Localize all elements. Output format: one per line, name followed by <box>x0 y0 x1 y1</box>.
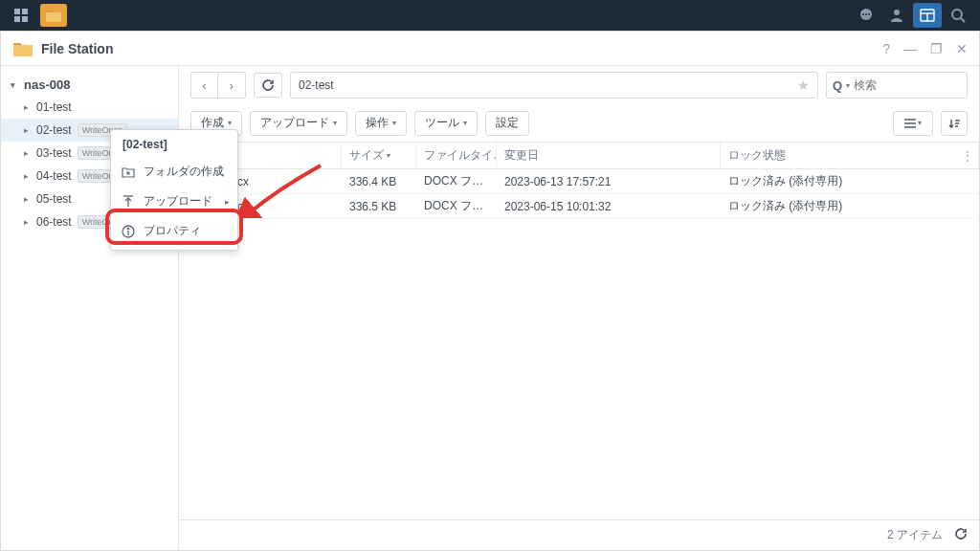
tree-item-label: 02-test <box>36 123 72 137</box>
path-input[interactable] <box>299 78 791 92</box>
view-mode-button[interactable]: ▾ <box>893 111 933 136</box>
file-type: DOCX ファ… <box>416 198 497 214</box>
svg-point-8 <box>894 10 900 15</box>
table-row[interactable]: W-01.docx336.4 KBDOCX ファ…2023-06-13 17:5… <box>179 169 979 194</box>
ctx-upload-label: アップロード <box>144 193 212 209</box>
file-size: 336.5 KB <box>342 200 416 213</box>
tree-root[interactable]: ▾ nas-008 <box>1 74 178 96</box>
table-row[interactable]: W-02.docx336.5 KBDOCX ファ…2023-06-15 10:0… <box>179 194 979 219</box>
file-size: 336.4 KB <box>342 175 416 188</box>
file-lock-status: ロック済み (添付専用) <box>721 173 979 189</box>
create-folder-icon <box>121 165 136 180</box>
action-toolbar: 作成▾ アップロード▾ 操作▾ ツール▾ 設定 ▾ <box>179 104 979 143</box>
tree-item-label: 01-test <box>36 100 72 114</box>
table-header: サイズ▾ ファイルタイ… 変更日 ロック状態 ⋮ <box>179 143 979 169</box>
file-station-taskbar-icon[interactable] <box>40 4 67 27</box>
path-input-box[interactable]: ★ <box>290 72 818 99</box>
tool-button[interactable]: ツール▾ <box>414 111 478 136</box>
close-icon[interactable]: ✕ <box>956 41 968 56</box>
upload-icon <box>121 194 136 209</box>
context-menu: [02-test] フォルダの作成 アップロード ▸ プロパティ <box>110 129 238 251</box>
ctx-property-label: プロパティ <box>144 223 201 239</box>
tree-root-label: nas-008 <box>24 77 70 92</box>
svg-rect-0 <box>14 9 20 14</box>
search-box[interactable]: Q▾ <box>826 72 968 99</box>
col-type[interactable]: ファイルタイ… <box>416 143 497 168</box>
window-title: File Station <box>41 41 882 56</box>
tree-item-label: 06-test <box>36 215 72 229</box>
col-lock[interactable]: ロック状態 <box>721 143 979 168</box>
svg-point-12 <box>952 10 962 19</box>
item-count: 2 アイテム <box>887 527 943 543</box>
file-date: 2023-06-13 17:57:21 <box>497 175 721 188</box>
search-input[interactable] <box>854 78 980 92</box>
maximize-icon[interactable]: ❐ <box>930 41 943 56</box>
caret-right-icon: ▸ <box>24 171 33 181</box>
tree-item-label: 05-test <box>36 192 72 206</box>
caret-right-icon: ▸ <box>24 148 33 158</box>
caret-right-icon: ▸ <box>24 217 33 227</box>
main-panel: ‹ › ★ Q▾ 作成▾ アップロード▾ 操作▾ ツー <box>179 66 979 550</box>
caret-down-icon: ▾ <box>11 80 20 90</box>
status-bar: 2 アイテム <box>179 519 979 550</box>
caret-right-icon: ▸ <box>24 194 33 204</box>
file-type: DOCX ファ… <box>416 173 497 189</box>
svg-rect-2 <box>14 16 20 22</box>
ctx-upload[interactable]: アップロード ▸ <box>111 187 237 216</box>
nav-forward-button[interactable]: › <box>218 73 245 98</box>
svg-rect-3 <box>22 16 28 22</box>
tree-item-label: 03-test <box>36 146 72 160</box>
chat-icon[interactable] <box>852 3 880 28</box>
svg-point-5 <box>862 13 864 15</box>
upload-button[interactable]: アップロード▾ <box>250 111 347 136</box>
file-rows: W-01.docx336.4 KBDOCX ファ…2023-06-13 17:5… <box>179 169 979 519</box>
ctx-create-folder-label: フォルダの作成 <box>144 164 224 180</box>
ctx-property[interactable]: プロパティ <box>111 216 237 246</box>
favorite-star-icon[interactable]: ★ <box>791 77 810 93</box>
caret-right-icon: ▸ <box>24 125 33 135</box>
svg-rect-1 <box>22 9 28 14</box>
action-button[interactable]: 操作▾ <box>355 111 407 136</box>
ctx-create-folder[interactable]: フォルダの作成 <box>111 157 237 187</box>
tree-item[interactable]: ▸01-test <box>1 96 178 119</box>
chevron-down-icon: ▾ <box>846 81 850 90</box>
context-menu-title: [02-test] <box>111 130 237 157</box>
col-size[interactable]: サイズ▾ <box>342 143 416 168</box>
titlebar: File Station ? — ❐ ✕ <box>1 32 979 66</box>
search-icon: Q <box>833 78 842 93</box>
caret-right-icon: ▸ <box>24 102 33 112</box>
file-date: 2023-06-15 10:01:32 <box>497 200 721 213</box>
sort-button[interactable] <box>941 111 968 136</box>
submenu-arrow-icon: ▸ <box>225 197 230 207</box>
apps-grid-icon[interactable] <box>8 4 34 27</box>
widgets-icon[interactable] <box>913 3 942 28</box>
app-folder-icon <box>12 40 33 57</box>
col-date[interactable]: 変更日 <box>497 143 721 168</box>
info-icon <box>121 224 136 239</box>
file-station-window: File Station ? — ❐ ✕ ▾ nas-008 ▸01-test▸… <box>0 31 980 551</box>
svg-line-13 <box>961 18 965 22</box>
minimize-icon[interactable]: — <box>903 41 917 56</box>
system-top-bar <box>0 0 980 31</box>
refresh-button[interactable] <box>254 73 282 98</box>
settings-button[interactable]: 設定 <box>485 111 529 136</box>
search-system-icon[interactable] <box>944 3 972 28</box>
file-lock-status: ロック済み (添付専用) <box>721 198 979 214</box>
svg-point-7 <box>868 13 870 15</box>
column-options-icon[interactable]: ⋮ <box>962 149 973 163</box>
user-icon[interactable] <box>882 3 911 28</box>
tree-item-label: 04-test <box>36 169 72 183</box>
help-icon[interactable]: ? <box>882 41 890 56</box>
svg-point-28 <box>127 228 128 229</box>
status-refresh-icon[interactable] <box>954 527 968 543</box>
nav-back-button[interactable]: ‹ <box>191 73 218 98</box>
svg-point-6 <box>865 13 867 15</box>
path-toolbar: ‹ › ★ Q▾ <box>179 66 979 104</box>
